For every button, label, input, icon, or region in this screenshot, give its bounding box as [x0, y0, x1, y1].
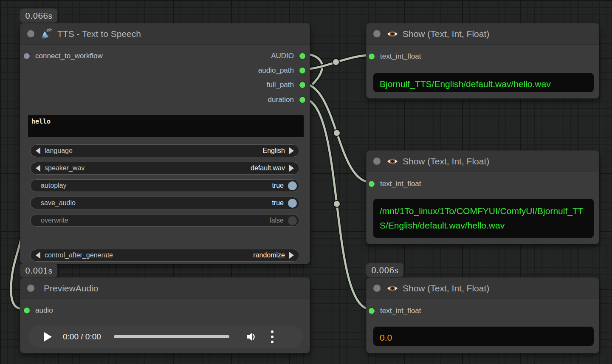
input-dot[interactable] [368, 53, 375, 60]
output-port-label: AUDIO [271, 52, 294, 60]
combo-widget-language[interactable]: language English [30, 144, 299, 157]
node-show-text-int-float-3[interactable]: Show (Text, Int, Float) text_int_float 0… [366, 277, 599, 353]
output-port-audio-path[interactable]: audio_path [258, 66, 306, 75]
audio-player[interactable]: 0:00 / 0:00 [28, 325, 303, 348]
show-node-header[interactable]: Show (Text, Int, Float) [367, 278, 599, 299]
link-midpoint-dot[interactable] [333, 59, 339, 65]
execution-time-text: 0.001s [25, 266, 52, 275]
node-preview-audio[interactable]: PreviewAudio audio 0:00 / 0:00 [20, 277, 310, 353]
volume-icon[interactable] [245, 331, 257, 343]
output-dot[interactable] [299, 96, 306, 103]
preview-audio-header[interactable]: PreviewAudio [20, 278, 310, 299]
link-midpoint-dot[interactable] [333, 200, 340, 207]
node-title: Show (Text, Int, Float) [403, 156, 489, 166]
input-dot[interactable] [23, 307, 30, 314]
toggle-off-dot[interactable] [288, 216, 297, 225]
show-node-header[interactable]: Show (Text, Int, Float) [367, 151, 599, 172]
output-port-duration[interactable]: duration [268, 96, 306, 104]
combo-prev-icon[interactable] [36, 252, 40, 259]
megaphone-speaker-icon [40, 28, 53, 40]
node-title: Show (Text, Int, Float) [403, 29, 489, 39]
combo-prev-icon[interactable] [36, 165, 40, 172]
toggle-widget-overwrite[interactable]: overwrite false [30, 214, 299, 227]
widget-value: true [272, 182, 284, 189]
execution-time-badge-preview: 0.001s [20, 263, 57, 277]
execution-time-badge-tts: 0.066s [20, 8, 57, 23]
display-value-box: 0.0 [373, 327, 594, 346]
display-value-box: /mnt/1To_linux/1To/COMFYUI/ComfyUI/Bjorn… [373, 199, 594, 238]
output-port-label: duration [268, 96, 294, 104]
output-port-full-path[interactable]: full_path [267, 81, 306, 89]
input-port-label: audio [35, 306, 53, 315]
widget-value: default.wav [251, 164, 285, 172]
execution-time-text: 0.006s [371, 265, 398, 275]
widget-value: English [263, 147, 285, 155]
tts-node-header[interactable]: TTS - Text to Speech [20, 23, 310, 45]
output-port-audio[interactable]: AUDIO [271, 52, 306, 60]
input-port-text-int-float[interactable]: text_int_float [368, 180, 421, 188]
node-show-text-int-float-2[interactable]: Show (Text, Int, Float) text_int_float /… [366, 150, 599, 244]
collapse-dot[interactable] [27, 285, 34, 292]
widget-label: speaker_wav [45, 164, 251, 172]
more-options-icon[interactable] [271, 329, 274, 344]
input-port-text-int-float[interactable]: text_int_float [368, 52, 421, 61]
link-midpoint-dot[interactable] [333, 130, 340, 136]
input-port-text-int-float[interactable]: text_int_float [368, 307, 421, 315]
play-icon[interactable] [44, 332, 52, 341]
eye-icon [386, 28, 398, 40]
combo-prev-icon[interactable] [36, 147, 40, 154]
widget-label: control_after_generate [45, 251, 253, 259]
execution-time-text: 0.066s [25, 11, 52, 20]
input-port-label: text_int_float [380, 180, 421, 188]
input-port-label: connect_to_workflow [35, 52, 103, 60]
show-node-header[interactable]: Show (Text, Int, Float) [367, 23, 599, 45]
input-port-connect-to-workflow[interactable]: connect_to_workflow [23, 52, 103, 60]
eye-icon [386, 155, 398, 167]
widget-label: language [45, 147, 263, 155]
toggle-on-dot[interactable] [288, 181, 297, 190]
input-port-label: text_int_float [380, 307, 421, 315]
widget-value: true [272, 199, 284, 207]
widget-label: overwrite [41, 217, 269, 224]
output-dot[interactable] [299, 82, 306, 88]
node-title: Show (Text, Int, Float) [403, 283, 489, 293]
output-port-label: full_path [267, 81, 294, 89]
combo-widget-speaker-wav[interactable]: speaker_wav default.wav [30, 162, 299, 175]
combo-next-icon[interactable] [289, 165, 294, 172]
toggle-widget-save-audio[interactable]: save_audio true [30, 197, 299, 209]
node-title: PreviewAudio [44, 283, 98, 293]
toggle-on-dot[interactable] [288, 199, 297, 208]
node-show-text-int-float-1[interactable]: Show (Text, Int, Float) text_int_float B… [366, 23, 599, 99]
combo-next-icon[interactable] [289, 147, 294, 154]
collapse-dot[interactable] [373, 285, 381, 292]
node-title: TTS - Text to Speech [57, 29, 141, 39]
eye-icon [386, 282, 398, 294]
widget-label: save_audio [41, 199, 272, 207]
input-port-audio[interactable]: audio [23, 306, 53, 315]
input-dot[interactable] [23, 53, 30, 59]
output-dot[interactable] [299, 67, 306, 74]
input-port-label: text_int_float [380, 52, 421, 61]
collapse-dot[interactable] [373, 30, 381, 37]
widget-value: false [269, 217, 284, 224]
combo-next-icon[interactable] [289, 252, 294, 259]
collapse-dot[interactable] [373, 158, 381, 165]
text-input-area[interactable]: hello [28, 115, 304, 137]
combo-widget-control-after-generate[interactable]: control_after_generate randomize [30, 249, 299, 262]
input-dot[interactable] [368, 181, 375, 187]
seek-slider[interactable] [114, 335, 229, 338]
input-dot[interactable] [368, 308, 375, 314]
node-tts-text-to-speech[interactable]: TTS - Text to Speech connect_to_workflow… [20, 23, 310, 264]
collapse-dot[interactable] [27, 30, 34, 37]
toggle-widget-autoplay[interactable]: autoplay true [30, 179, 299, 192]
widget-label: autoplay [41, 182, 272, 189]
execution-time-badge-show3: 0.006s [366, 263, 403, 277]
output-dot[interactable] [299, 53, 306, 59]
output-port-label: audio_path [258, 66, 294, 75]
playback-time: 0:00 / 0:00 [63, 332, 101, 341]
display-value-box: Bjornulf_TTS/English/default.wav/hello.w… [373, 73, 594, 92]
widget-value: randomize [253, 251, 285, 259]
